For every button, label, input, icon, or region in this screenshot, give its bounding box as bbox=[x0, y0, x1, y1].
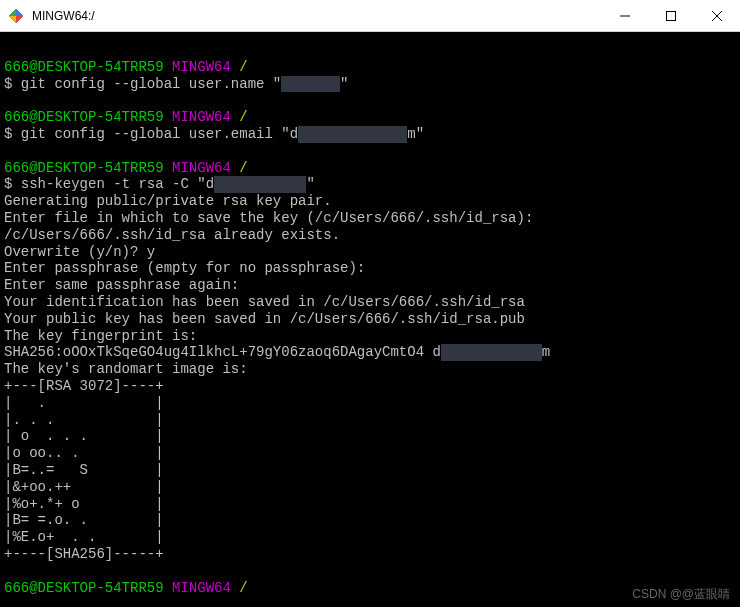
randomart-line: |&+oo.++ | bbox=[4, 479, 164, 495]
svg-marker-4 bbox=[9, 9, 16, 16]
prompt-symbol: $ bbox=[4, 176, 12, 192]
svg-rect-6 bbox=[667, 11, 676, 20]
output-line: Generating public/private rsa key pair. bbox=[4, 193, 332, 209]
prompt-line: 666@DESKTOP-54TRR59 MINGW64 / bbox=[4, 109, 248, 125]
output-line: The key's randomart image is: bbox=[4, 361, 248, 377]
randomart-line: | . | bbox=[4, 395, 164, 411]
prompt-line: 666@DESKTOP-54TRR59 MINGW64 / bbox=[4, 580, 248, 596]
randomart-line: |B= =.o. . | bbox=[4, 512, 164, 528]
randomart-line: |B=..= S | bbox=[4, 462, 164, 478]
randomart-line: |. . . | bbox=[4, 412, 164, 428]
output-line: Enter same passphrase again: bbox=[4, 277, 239, 293]
svg-marker-2 bbox=[16, 16, 23, 23]
redacted-text: d███.██ bbox=[281, 76, 340, 93]
output-line: Overwrite (y/n)? y bbox=[4, 244, 155, 260]
prompt-path: / bbox=[239, 580, 247, 596]
prompt-path: / bbox=[239, 160, 247, 176]
redacted-text: ███████163███ bbox=[298, 126, 407, 143]
output-fingerprint: SHA256:oOOxTkSqeGO4ug4IlkhcL+79gY06zaoq6… bbox=[4, 344, 432, 360]
prompt-user: 666@DESKTOP-54TRR59 bbox=[4, 580, 164, 596]
prompt-host: MINGW64 bbox=[172, 59, 231, 75]
prompt-host: MINGW64 bbox=[172, 109, 231, 125]
text: d bbox=[290, 126, 298, 142]
window-title: MINGW64:/ bbox=[32, 9, 602, 23]
output-line: Your public key has been saved in /c/Use… bbox=[4, 311, 525, 327]
prompt-symbol: $ bbox=[4, 126, 12, 142]
command-git-name: git config --global user.name " bbox=[21, 76, 281, 92]
maximize-button[interactable] bbox=[648, 0, 694, 31]
command-ssh-keygen: ssh-keygen -t rsa -C " bbox=[21, 176, 206, 192]
prompt-host: MINGW64 bbox=[172, 160, 231, 176]
command-git-email: git config --global user.email " bbox=[21, 126, 290, 142]
redacted-text: ████████████ bbox=[441, 344, 542, 361]
prompt-path: / bbox=[239, 109, 247, 125]
terminal-output[interactable]: 666@DESKTOP-54TRR59 MINGW64 / $ git conf… bbox=[0, 32, 740, 607]
prompt-user: 666@DESKTOP-54TRR59 bbox=[4, 109, 164, 125]
command-end: " bbox=[340, 76, 348, 92]
output-line: Enter passphrase (empty for no passphras… bbox=[4, 260, 365, 276]
prompt-line: 666@DESKTOP-54TRR59 MINGW64 / bbox=[4, 160, 248, 176]
randomart-line: |%o+.*+ o | bbox=[4, 496, 164, 512]
randomart-line: | o . . . | bbox=[4, 428, 164, 444]
randomart-line: +---[RSA 3072]----+ bbox=[4, 378, 164, 394]
text: d bbox=[432, 344, 440, 360]
prompt-path: / bbox=[239, 59, 247, 75]
output-line: Enter file in which to save the key (/c/… bbox=[4, 210, 533, 226]
app-icon bbox=[8, 8, 24, 24]
redacted-text: ███████.com bbox=[214, 176, 306, 193]
randomart-line: +----[SHA256]-----+ bbox=[4, 546, 164, 562]
randomart-line: |o oo.. . | bbox=[4, 445, 164, 461]
output-line: /c/Users/666/.ssh/id_rsa already exists. bbox=[4, 227, 340, 243]
prompt-user: 666@DESKTOP-54TRR59 bbox=[4, 59, 164, 75]
prompt-user: 666@DESKTOP-54TRR59 bbox=[4, 160, 164, 176]
output-line: Your identification has been saved in /c… bbox=[4, 294, 525, 310]
watermark: CSDN @@蓝眼睛 bbox=[632, 587, 730, 601]
minimize-button[interactable] bbox=[602, 0, 648, 31]
randomart-line: |%E.o+ . . | bbox=[4, 529, 164, 545]
output-line: The key fingerprint is: bbox=[4, 328, 197, 344]
prompt-host: MINGW64 bbox=[172, 580, 231, 596]
window-controls bbox=[602, 0, 740, 31]
text: m bbox=[542, 344, 550, 360]
prompt-line: 666@DESKTOP-54TRR59 MINGW64 / bbox=[4, 59, 248, 75]
text: m" bbox=[407, 126, 424, 142]
text: " bbox=[306, 176, 314, 192]
window-titlebar: MINGW64:/ bbox=[0, 0, 740, 32]
prompt-symbol: $ bbox=[4, 76, 12, 92]
text: d bbox=[206, 176, 214, 192]
close-button[interactable] bbox=[694, 0, 740, 31]
